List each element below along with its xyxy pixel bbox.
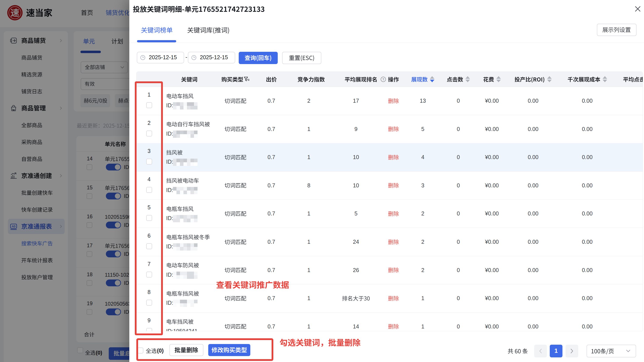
svg-text:?: ? [382,78,384,81]
